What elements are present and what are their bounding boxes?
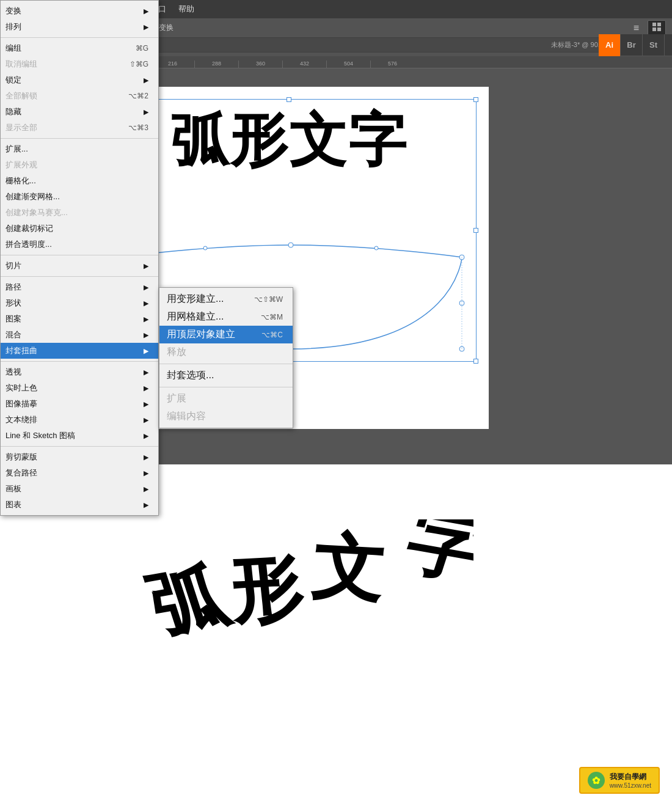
menu-row-unlock[interactable]: 全部解锁 ⌥⌘2 (1, 88, 158, 104)
menu-row-transform[interactable]: 变换 ▶ (1, 3, 158, 19)
menu-row-lock[interactable]: 锁定 ▶ (1, 72, 158, 88)
submenu-warp[interactable]: 用变形建立... ⌥⇧⌘W (159, 290, 293, 308)
ai-icon[interactable]: Ai (599, 34, 621, 56)
menu-row-path[interactable]: 路径 ▶ (1, 279, 158, 295)
menu-section-3: 扩展... 扩展外观 栅格化... 创建渐变网格... 创建对象马赛克... 创… (1, 139, 158, 255)
menu-section-7: 剪切蒙版 ▶ 复合路径 ▶ 画板 ▶ 图表 ▶ (1, 447, 158, 515)
menu-row-hide[interactable]: 隐藏 ▶ (1, 104, 158, 120)
menu-row-arrange[interactable]: 排列 ▶ (1, 19, 158, 35)
submenu-separator-1 (159, 364, 293, 364)
menu-row-live-paint[interactable]: 实时上色 ▶ (1, 380, 158, 396)
menu-row-gradient-mesh[interactable]: 创建渐变网格... (1, 189, 158, 205)
menu-section-5: 路径 ▶ 形状 ▶ 图案 ▶ 混合 ▶ 封套扭曲 ▶ (1, 277, 158, 362)
handle-tr[interactable] (473, 97, 478, 102)
submenu-expand[interactable]: 扩展 (159, 390, 293, 408)
menu-help[interactable]: 帮助 (173, 1, 199, 17)
menu-row-text-wrap[interactable]: 文本绕排 ▶ (1, 412, 158, 428)
menu-row-perspective[interactable]: 透视 ▶ (1, 364, 158, 380)
handle-tc[interactable] (287, 97, 291, 102)
watermark-icon: ✿ (588, 772, 605, 789)
submenu-envelope: 用变形建立... ⌥⇧⌘W 用网格建立... ⌥⌘M 用顶层对象建立 ⌥⌘C 释… (159, 287, 293, 428)
watermark: ✿ 我要自學網 www.51zxw.net (579, 767, 660, 794)
ruler-tick-504: 504 (326, 60, 370, 68)
menu-row-pattern[interactable]: 图案 ▶ (1, 311, 158, 327)
menu-row-graph[interactable]: 图表 ▶ (1, 497, 158, 513)
ruler-tick-288: 288 (194, 60, 238, 68)
menu-row-clip-mask[interactable]: 剪切蒙版 ▶ (1, 449, 158, 465)
menu-section-1: 变换 ▶ 排列 ▶ (1, 1, 158, 38)
submenu-top-object[interactable]: 用顶层对象建立 ⌥⌘C (159, 326, 293, 343)
menu-section-4: 切片 ▶ (1, 255, 158, 277)
br-icon[interactable]: Br (621, 34, 643, 56)
ruler-tick-432: 432 (282, 60, 326, 68)
menu-row-line-sketch[interactable]: Line 和 Sketch 图稿 ▶ (1, 428, 158, 444)
app-icons: Ai Br St (599, 34, 672, 56)
result-text-area: 弧 形 文 字 (122, 513, 489, 697)
dropdown-menu: 变换 ▶ 排列 ▶ 编组 ⌘G 取消编组 ⇧⌘G 锁定 ▶ 全部解锁 (0, 0, 159, 516)
st-icon[interactable]: St (643, 34, 665, 56)
menu-row-artboard[interactable]: 画板 ▶ (1, 481, 158, 497)
svg-point-8 (374, 246, 378, 250)
menu-row-expand-appearance[interactable]: 扩展外观 (1, 157, 158, 173)
handle-mr[interactable] (473, 228, 478, 233)
svg-text:形: 形 (225, 549, 308, 633)
ruler-tick-360: 360 (238, 60, 282, 68)
submenu-edit-content[interactable]: 编辑内容 (159, 408, 293, 425)
menu-row-show-all[interactable]: 显示全部 ⌥⌘3 (1, 120, 158, 136)
arc-text-result-svg: 弧 形 文 字 (137, 519, 473, 691)
submenu-separator-2 (159, 387, 293, 387)
menu-row-blend[interactable]: 混合 ▶ (1, 327, 158, 343)
submenu-options[interactable]: 封套选项... (159, 367, 293, 384)
menu-row-image-trace[interactable]: 图像描摹 ▶ (1, 396, 158, 412)
menu-row-ungroup[interactable]: 取消编组 ⇧⌘G (1, 56, 158, 72)
submenu-mesh[interactable]: 用网格建立... ⌥⌘M (159, 308, 293, 326)
menu-section-2: 编组 ⌘G 取消编组 ⇧⌘G 锁定 ▶ 全部解锁 ⌥⌘2 隐藏 ▶ 显示全部 ⌥… (1, 38, 158, 139)
menu-row-crop-marks[interactable]: 创建裁切标记 (1, 221, 158, 236)
canvas-main-text: 弧形文字 (108, 112, 470, 170)
menu-row-compound-path[interactable]: 复合路径 ▶ (1, 465, 158, 481)
menu-section-6: 透视 ▶ 实时上色 ▶ 图像描摹 ▶ 文本绕排 ▶ Line 和 Sketch … (1, 362, 158, 447)
menu-row-expand[interactable]: 扩展... (1, 141, 158, 157)
svg-rect-3 (657, 27, 661, 31)
panel-toggle[interactable]: ≡ (630, 21, 643, 35)
svg-point-7 (203, 246, 207, 250)
svg-text:字: 字 (395, 519, 473, 592)
svg-rect-2 (652, 27, 656, 31)
watermark-text: 我要自學網 www.51zxw.net (610, 772, 651, 789)
menu-row-slice[interactable]: 切片 ▶ (1, 258, 158, 274)
menu-row-envelope-distort[interactable]: 封套扭曲 ▶ (1, 343, 158, 359)
menu-row-rasterize[interactable]: 栅格化... (1, 173, 158, 189)
menu-row-group[interactable]: 编组 ⌘G (1, 40, 158, 56)
svg-text:文: 文 (308, 527, 389, 610)
svg-text:弧: 弧 (138, 555, 239, 646)
handle-br[interactable] (473, 359, 478, 364)
menu-row-mosaic[interactable]: 创建对象马赛克... (1, 205, 158, 221)
illustrator-app: 对象 文字 选择 效果 视图 窗口 帮助 不透明度: ▼ ⊕ 对齐 变换 ≡ 未… (0, 0, 672, 464)
submenu-release[interactable]: 释放 (159, 343, 293, 361)
menu-row-shape[interactable]: 形状 ▶ (1, 295, 158, 311)
ruler-tick-576: 576 (370, 60, 414, 68)
svg-point-5 (288, 243, 293, 247)
menu-row-flatten[interactable]: 拼合透明度... (1, 236, 158, 252)
svg-rect-1 (657, 23, 661, 26)
svg-rect-0 (652, 23, 656, 26)
